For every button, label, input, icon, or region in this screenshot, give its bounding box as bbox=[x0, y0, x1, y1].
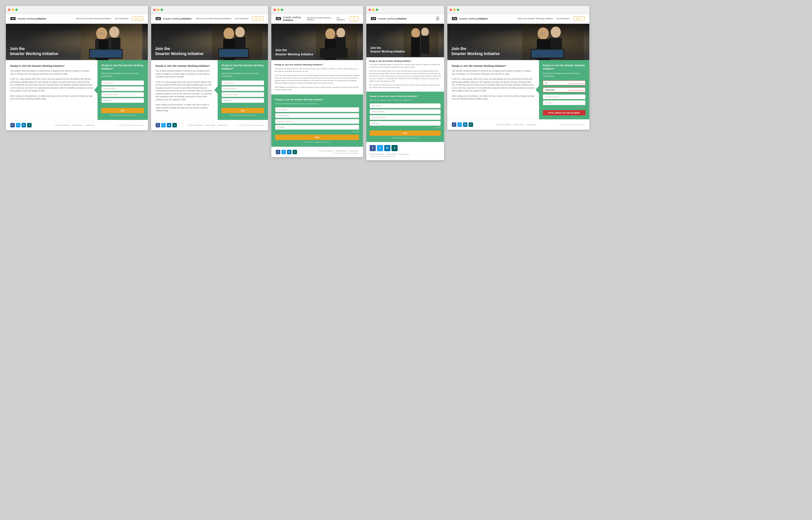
cookie-link-2[interactable]: Cookie Policy bbox=[217, 124, 228, 126]
xing-icon-2[interactable]: x bbox=[173, 123, 177, 127]
nav-join-btn-1[interactable]: Join Us bbox=[132, 17, 143, 21]
hero-image-4 bbox=[403, 24, 439, 57]
facebook-icon-1[interactable]: f bbox=[10, 123, 15, 127]
site-logo-1: swi smarter working initiative bbox=[10, 17, 46, 20]
nav-members-1[interactable]: Our Members bbox=[115, 17, 129, 20]
close-dot-3 bbox=[273, 9, 276, 11]
twitter-icon-4[interactable]: t bbox=[377, 145, 383, 151]
xing-icon-1[interactable]: x bbox=[27, 123, 32, 127]
join-button-1[interactable]: Join bbox=[101, 108, 144, 113]
email-input-3[interactable] bbox=[275, 113, 359, 118]
company-input-4[interactable] bbox=[370, 115, 441, 120]
nav-about-1[interactable]: About the Smarter Working Initiative bbox=[76, 17, 111, 20]
facebook-icon-4[interactable]: f bbox=[370, 145, 376, 151]
hero-figures-5 bbox=[520, 24, 584, 60]
site-nav-5: About the Smarter Working Initiative Our… bbox=[517, 17, 585, 21]
twitter-icon-3[interactable]: t bbox=[281, 150, 286, 154]
close-dot-2 bbox=[153, 9, 156, 11]
linkedin-icon-2[interactable]: in bbox=[167, 123, 171, 127]
cookie-link-4[interactable]: Cookie Policy bbox=[399, 153, 409, 155]
hero-image-2 bbox=[212, 24, 262, 60]
terms-link-1[interactable]: Terms & Conditions bbox=[55, 124, 70, 126]
facebook-icon-5[interactable]: f bbox=[452, 122, 456, 127]
error-button-5[interactable]: Error, please fix and try again bbox=[543, 110, 585, 115]
twitter-icon-2[interactable]: t bbox=[161, 123, 166, 127]
social-icons-5: f t in x bbox=[452, 122, 473, 127]
nav-join-btn-3[interactable]: Join Us bbox=[350, 16, 359, 21]
privacy-link-1[interactable]: Privacy Policy bbox=[72, 124, 82, 126]
twitter-input-1[interactable] bbox=[101, 98, 144, 103]
twitter-input-2[interactable] bbox=[221, 98, 264, 103]
cookie-link-1[interactable]: Cookie Policy bbox=[85, 124, 95, 126]
logo-bold-2: initiative bbox=[181, 17, 192, 20]
content-para3-1: We're calling on all businesses, no matt… bbox=[10, 95, 93, 101]
cookie-link-5[interactable]: Cookie Policy bbox=[526, 124, 536, 126]
xing-icon-5[interactable]: x bbox=[469, 122, 473, 127]
twitter-input-4[interactable] bbox=[370, 121, 441, 126]
facebook-icon-2[interactable]: f bbox=[156, 123, 160, 127]
terms-link-4[interactable]: Terms & Conditions bbox=[370, 153, 384, 155]
linkedin-icon-4[interactable]: in bbox=[384, 145, 390, 151]
xing-icon-4[interactable]: x bbox=[391, 145, 398, 151]
nav-members-3[interactable]: Our Members bbox=[336, 17, 346, 21]
terms-link-5[interactable]: Terms & Conditions bbox=[497, 124, 511, 126]
twitter-input-3[interactable] bbox=[275, 125, 359, 130]
svg-point-13 bbox=[235, 27, 245, 37]
company-input-5[interactable] bbox=[543, 95, 585, 99]
company-input-1[interactable] bbox=[101, 92, 144, 97]
site-header-1: swi smarter working initiative About the… bbox=[6, 14, 148, 24]
content-para1-1: The Smarter Working Initiative is aimed … bbox=[10, 70, 93, 75]
privacy-link-3[interactable]: Privacy Policy bbox=[336, 150, 346, 152]
content-left-2: Ready to Join the Smarter Working Initia… bbox=[151, 60, 218, 120]
nav-about-2[interactable]: About the Smarter Working Initiative bbox=[196, 17, 232, 20]
linkedin-icon-3[interactable]: in bbox=[287, 150, 291, 154]
hamburger-menu-4[interactable]: ☰ bbox=[436, 16, 440, 21]
company-input-3[interactable] bbox=[275, 119, 359, 124]
twitter-icon-5[interactable]: t bbox=[457, 122, 462, 127]
privacy-link-5[interactable]: Privacy Policy bbox=[513, 124, 524, 126]
logo-badge-4: swi bbox=[371, 17, 376, 20]
xing-icon-3[interactable]: x bbox=[292, 150, 297, 154]
email-input-1[interactable] bbox=[101, 86, 144, 91]
name-input-2[interactable] bbox=[221, 80, 264, 85]
join-button-3[interactable]: Join bbox=[275, 135, 359, 140]
nav-members-5[interactable]: Our Members bbox=[556, 17, 570, 20]
form-heading-5: Ready to Join the Smarter Working Initia… bbox=[543, 64, 585, 71]
name-input-1[interactable] bbox=[101, 80, 144, 85]
name-input-4[interactable] bbox=[370, 103, 441, 108]
facebook-icon-3[interactable]: f bbox=[276, 150, 280, 154]
twitter-input-5[interactable] bbox=[543, 100, 585, 105]
terms-link-3[interactable]: Terms & Conditions bbox=[319, 150, 333, 152]
twitter-icon-1[interactable]: t bbox=[16, 123, 20, 127]
content-right-wrapper-2: Ready to Join the Smarter Working Initia… bbox=[218, 60, 268, 120]
email-input-2[interactable] bbox=[221, 86, 264, 91]
linkedin-icon-1[interactable]: in bbox=[22, 123, 26, 127]
nav-members-2[interactable]: Our Members bbox=[235, 17, 249, 20]
join-button-2[interactable]: Join bbox=[221, 108, 264, 113]
site-logo-4: swi smarter working initiative bbox=[371, 17, 407, 20]
logo-bold-3: initiative bbox=[283, 19, 293, 22]
privacy-link-4[interactable]: Privacy Policy bbox=[387, 153, 397, 155]
company-input-2[interactable] bbox=[221, 92, 264, 97]
name-input-3[interactable] bbox=[275, 107, 359, 112]
hero-2: Join the Smarter Working Initiative bbox=[151, 24, 268, 60]
join-button-4[interactable]: Join bbox=[370, 130, 441, 136]
footer-copy-4: © 2016 Smarter Working Initiative bbox=[370, 156, 441, 157]
content-para3-5: We're calling on all businesses, no matt… bbox=[452, 95, 534, 101]
content-left-1: Ready to Join the Smarter Working Initia… bbox=[6, 60, 98, 120]
content-para3-2: We're calling on all businesses, no matt… bbox=[156, 103, 213, 112]
email-input-4[interactable] bbox=[370, 109, 441, 114]
canvas: swi smarter working initiative About the… bbox=[0, 0, 812, 520]
terms-text-4: By joining, you agree to our terms. bbox=[370, 137, 441, 138]
linkedin-icon-5[interactable]: in bbox=[463, 122, 468, 127]
nav-join-btn-2[interactable]: Join Us bbox=[252, 17, 263, 21]
terms-link-2[interactable]: Terms & Conditions bbox=[188, 124, 202, 126]
nav-join-btn-5[interactable]: Join Us bbox=[573, 17, 585, 21]
svg-point-4 bbox=[96, 27, 107, 40]
cookie-link-3[interactable]: Cookie Policy bbox=[348, 150, 359, 152]
nav-about-3[interactable]: About the Smarter Working Initiative bbox=[307, 17, 333, 21]
nav-about-5[interactable]: About the Smarter Working Initiative bbox=[517, 17, 553, 20]
hero-title-1: Join the Smarter Working Initiative bbox=[10, 46, 58, 56]
content-para2-1: In the UK, many people suffer from a poo… bbox=[10, 78, 93, 93]
privacy-link-2[interactable]: Privacy Policy bbox=[205, 124, 215, 126]
